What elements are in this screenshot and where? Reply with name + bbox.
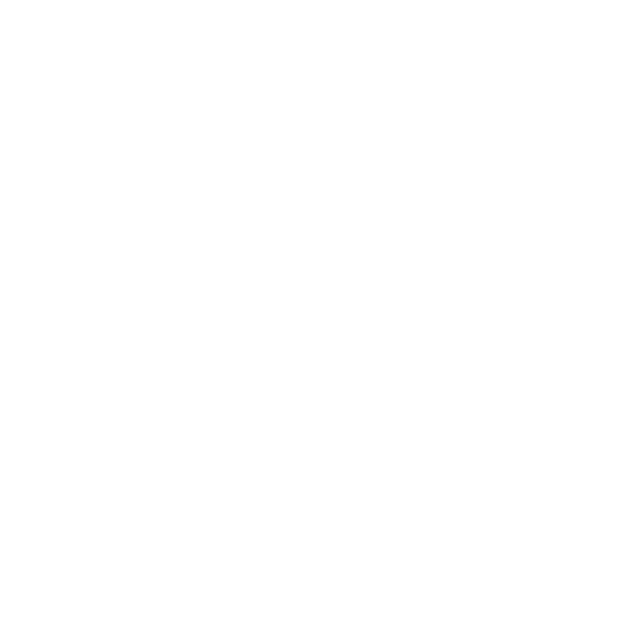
bottleneck-chart [0,0,644,644]
chart-stage [0,0,644,644]
